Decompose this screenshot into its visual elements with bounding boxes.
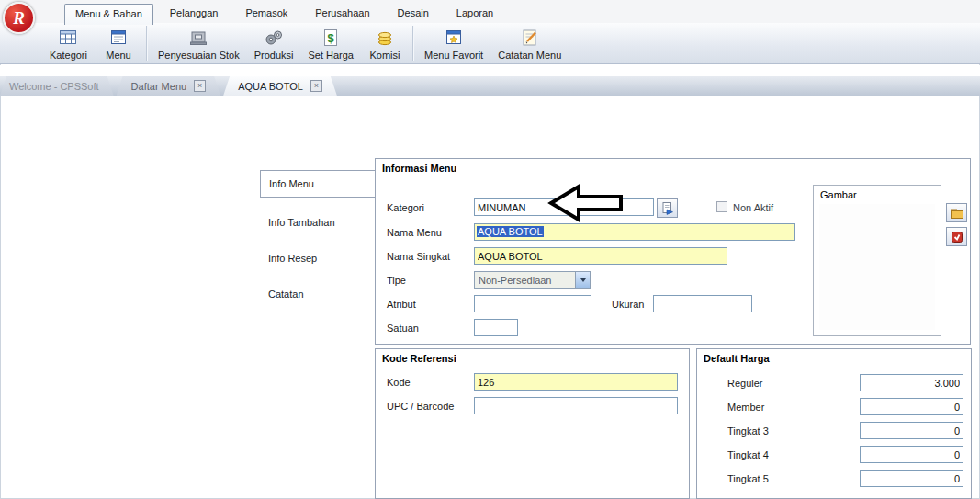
menu-notes-icon [520,28,540,48]
menu-tab-pelanggan[interactable]: Pelanggan [159,3,230,24]
tipe-label: Tipe [387,275,406,286]
informasi-menu-groupbox: Informasi Menu Kategori Non Aktif Nama M… [375,158,971,345]
kategori-browse-button[interactable] [657,198,678,218]
application-window: Menu & Bahan Pelanggan Pemasok Perusahaa… [0,0,980,499]
informasi-menu-title: Informasi Menu [376,159,970,174]
set-price-icon: $ [321,28,341,48]
kode-referensi-groupbox: Kode Referensi Kode UPC / Barcode [375,348,690,499]
sidebar-item-info-tambahan[interactable]: Info Tambahan [268,217,369,232]
tipe-dropdown-value: Non-Persediaan [479,275,552,286]
browse-lookup-icon [660,201,675,216]
reguler-price-input[interactable] [860,374,963,391]
doc-tab-aqua-botol-label: AQUA BOTOL [238,81,303,92]
app-logo[interactable]: R [3,2,35,34]
satuan-input[interactable] [474,319,518,336]
kode-input[interactable] [474,373,678,391]
ukuran-label: Ukuran [612,299,644,310]
produksi-button[interactable]: Produksi [247,25,301,62]
menu-tab-pemasok[interactable]: Pemasok [234,3,299,24]
production-gears-icon [264,28,284,48]
produksi-button-label: Produksi [254,50,294,61]
menu-tab-laporan[interactable]: Laporan [445,3,504,24]
menu-tab-perusahaan[interactable]: Perusahaan [304,3,380,24]
toolbar-separator [412,26,413,61]
gambar-remove-button[interactable] [946,227,967,246]
nama-singkat-input[interactable] [474,247,727,265]
menu-tab-desain[interactable]: Desain [387,3,440,24]
ribbon-toolbar: Kategori Menu Penyesuaian Stok [0,23,980,64]
atribut-label: Atribut [387,299,416,310]
tingkat-4-label: Tingkat 4 [727,449,769,460]
menu-bar: Menu & Bahan Pelanggan Pemasok Perusahaa… [0,0,980,23]
ribbon-gap [0,65,980,76]
close-tab-icon[interactable]: × [194,80,206,92]
gambar-title: Gambar [814,186,941,200]
toolbar-separator [146,26,147,61]
nama-menu-input[interactable]: AQUA BOTOL [474,223,795,241]
menu-tab-menu-bahan[interactable]: Menu & Bahan [64,4,153,25]
doc-tab-daftar-menu[interactable]: Daftar Menu × [117,76,221,96]
penyesuaian-stok-button-label: Penyesuaian Stok [158,50,240,61]
menu-window-icon [108,28,129,48]
menu-favorit-button[interactable]: Menu Favorit [417,25,490,62]
tingkat-3-label: Tingkat 3 [727,425,769,437]
kode-referensi-title: Kode Referensi [376,349,689,364]
gambar-open-button[interactable] [946,203,967,222]
kode-label: Kode [387,377,411,388]
satuan-label: Satuan [387,323,419,334]
kategori-input[interactable] [474,198,654,216]
menu-button-label: Menu [106,50,131,61]
set-harga-button[interactable]: $ Set Harga [300,25,361,62]
set-harga-button-label: Set Harga [308,50,354,61]
tipe-dropdown[interactable]: Non-Persediaan [474,271,591,289]
gambar-image-placeholder [819,204,935,330]
menu-favorit-button-label: Menu Favorit [424,50,483,61]
doc-tab-daftar-menu-label: Daftar Menu [131,81,187,92]
member-label: Member [727,402,764,413]
tingkat-5-label: Tingkat 5 [727,473,769,484]
commission-coins-icon [375,28,395,48]
categories-grid-icon [58,28,78,48]
catatan-menu-button-label: Catatan Menu [498,50,561,61]
tingkat-3-price-input[interactable] [860,422,963,439]
sidebar-item-info-menu-label: Info Menu [269,178,314,189]
tingkat-5-price-input[interactable] [860,470,963,487]
penyesuaian-stok-button[interactable]: Penyesuaian Stok [151,25,247,62]
dropdown-arrow-icon[interactable] [575,272,590,288]
reguler-label: Reguler [727,378,763,389]
document-tab-bar: Welcome - CPSSoft Daftar Menu × AQUA BOT… [0,76,980,96]
member-price-input[interactable] [860,398,963,415]
non-aktif-checkbox[interactable] [716,201,727,212]
tingkat-4-price-input[interactable] [860,446,963,463]
gambar-groupbox: Gambar [813,185,941,336]
default-harga-groupbox: Default Harga Reguler Member Tingkat 3 T… [696,348,972,499]
kategori-button-label: Kategori [50,50,87,61]
favorite-menu-icon [444,28,464,48]
svg-text:$: $ [328,31,335,45]
nama-menu-label: Nama Menu [387,227,442,238]
sidebar-item-info-menu[interactable]: Info Menu [260,170,376,198]
menu-button[interactable]: Menu [95,25,142,62]
kategori-button[interactable]: Kategori [42,25,95,62]
sidebar-item-info-resep[interactable]: Info Resep [268,253,369,267]
default-harga-title: Default Harga [697,349,971,364]
komisi-button[interactable]: Komisi [361,25,409,62]
non-aktif-label: Non Aktif [733,202,773,213]
atribut-input[interactable] [474,295,591,312]
sidebar-item-catatan[interactable]: Catatan [268,289,369,303]
doc-tab-welcome[interactable]: Welcome - CPSSoft [0,76,114,96]
nama-singkat-label: Nama Singkat [387,251,450,262]
stock-adjustment-icon [188,28,208,48]
close-tab-icon[interactable]: × [310,80,322,92]
upc-barcode-input[interactable] [474,397,678,414]
nama-menu-selected-text: AQUA BOTOL [477,226,544,237]
catatan-menu-button[interactable]: Catatan Menu [490,25,569,62]
doc-tab-welcome-label: Welcome - CPSSoft [9,81,99,92]
ukuran-input[interactable] [653,295,752,312]
open-folder-icon [950,206,964,221]
kategori-label: Kategori [387,202,424,213]
komisi-button-label: Komisi [369,50,400,61]
upc-barcode-label: UPC / Barcode [387,401,454,412]
remove-image-icon [950,230,964,244]
doc-tab-aqua-botol[interactable]: AQUA BOTOL × [223,76,337,96]
